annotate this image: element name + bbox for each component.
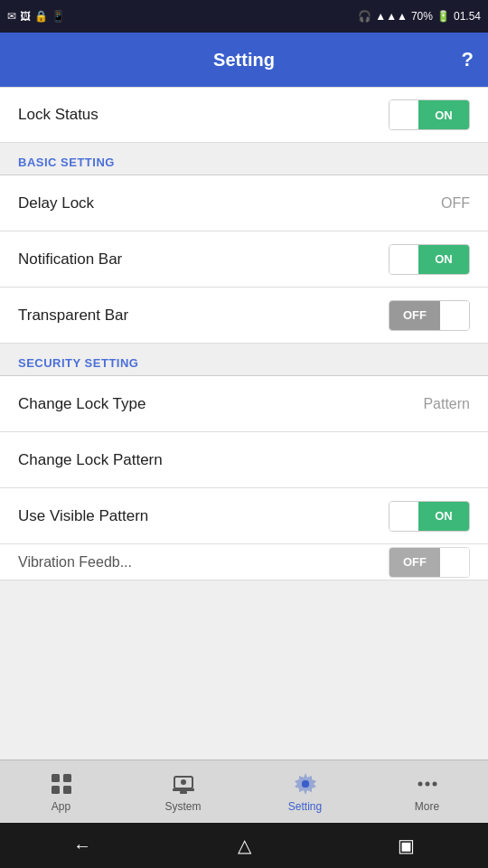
back-button[interactable]: ← [73,835,91,856]
svg-rect-6 [180,791,187,794]
help-button[interactable]: ? [462,48,474,71]
headphone-icon: 🎧 [358,10,371,23]
time: 01.54 [454,10,481,23]
lock-icon: 🔒 [34,10,48,23]
lock-status-label: Lock Status [18,106,99,124]
svg-point-12 [432,781,436,786]
toggle-off-active: OFF [389,301,440,330]
android-nav-bar: ← △ ▣ [0,823,488,868]
system-icon [171,771,196,797]
toggle-off-region [389,100,418,129]
svg-rect-5 [173,788,194,791]
svg-rect-2 [52,786,60,794]
toggle-off-region [389,502,418,531]
content-area: Lock Status ON BASIC SETTING Delay Lock … [0,87,488,760]
svg-point-11 [425,781,429,786]
change-lock-pattern-row[interactable]: Change Lock Pattern [0,432,488,488]
lock-status-row[interactable]: Lock Status ON [0,87,488,143]
bb-icon: 📱 [52,10,65,23]
change-lock-type-label: Change Lock Type [18,395,145,413]
nav-system-label: System [164,800,201,813]
status-bar-left: ✉ 🖼 🔒 📱 [7,10,65,23]
toggle-off-region [389,245,418,274]
battery-icon: 🔋 [436,10,450,23]
app-icon [49,771,74,797]
nav-item-setting[interactable]: Setting [244,771,366,813]
nav-item-app[interactable]: App [0,771,122,813]
svg-rect-1 [63,774,71,782]
notification-icon: ✉ [7,10,16,23]
delay-lock-value: OFF [441,195,470,212]
notification-bar-toggle[interactable]: ON [389,244,470,275]
vibration-feedback-toggle[interactable]: OFF [389,547,470,578]
notification-bar-label: Notification Bar [18,250,122,269]
use-visible-pattern-label: Use Visible Pattern [18,507,148,525]
lock-status-toggle[interactable]: ON [389,99,470,130]
change-lock-type-value: Pattern [423,396,470,412]
vibration-feedback-row[interactable]: Vibration Feedb... OFF [0,544,488,580]
toggle-on-inactive [440,301,469,330]
delay-lock-label: Delay Lock [18,194,94,212]
bottom-nav: App System Setting More [0,760,488,823]
battery-percent: 70% [411,10,433,23]
transparent-bar-row[interactable]: Transparent Bar OFF [0,288,488,344]
transparent-bar-label: Transparent Bar [18,307,128,325]
use-visible-pattern-row[interactable]: Use Visible Pattern ON [0,488,488,544]
toggle-on-region: ON [418,502,469,531]
toggle-on-region: ON [418,245,469,274]
svg-point-9 [302,780,309,788]
vibration-feedback-label: Vibration Feedb... [18,554,132,571]
header-title: Setting [213,50,275,71]
more-icon [415,771,440,797]
section-security: SECURITY SETTING [0,344,488,376]
use-visible-pattern-toggle[interactable]: ON [389,501,470,532]
header: Setting ? [0,33,488,87]
change-lock-pattern-label: Change Lock Pattern [18,451,163,469]
setting-icon [293,771,318,797]
nav-app-label: App [52,800,70,813]
signal-icon: ▲▲▲ [375,10,408,23]
toggle-on-region: ON [418,100,469,129]
toggle-on-inactive [440,548,469,577]
status-bar-right: 🎧 ▲▲▲ 70% 🔋 01.54 [358,10,481,23]
svg-point-10 [418,781,422,786]
svg-rect-3 [63,786,71,794]
status-bar: ✉ 🖼 🔒 📱 🎧 ▲▲▲ 70% 🔋 01.54 [0,0,488,33]
svg-point-7 [181,779,186,785]
notification-bar-row[interactable]: Notification Bar ON [0,231,488,288]
nav-setting-label: Setting [288,800,322,813]
nav-item-more[interactable]: More [366,771,488,813]
home-button[interactable]: △ [238,835,251,856]
svg-rect-0 [52,774,60,782]
transparent-bar-toggle[interactable]: OFF [389,300,470,331]
delay-lock-row[interactable]: Delay Lock OFF [0,175,488,231]
section-basic: BASIC SETTING [0,143,488,175]
recents-button[interactable]: ▣ [398,835,415,856]
change-lock-type-row[interactable]: Change Lock Type Pattern [0,376,488,432]
image-icon: 🖼 [20,10,31,23]
nav-item-system[interactable]: System [122,771,244,813]
toggle-off-active: OFF [389,548,440,577]
nav-more-label: More [415,800,439,813]
